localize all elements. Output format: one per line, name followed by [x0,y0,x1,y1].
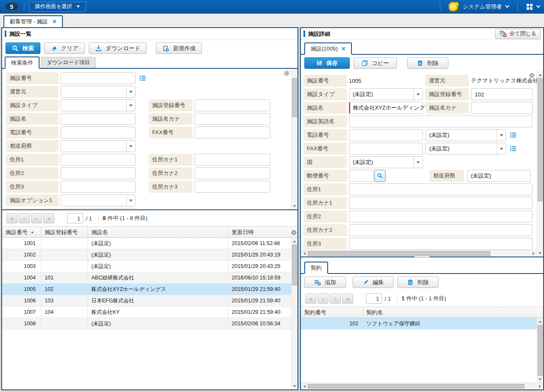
operator-select[interactable] [61,86,136,98]
first-page-button[interactable]: « [6,213,17,223]
download-button[interactable]: ダウンロード [89,42,147,54]
addr1-kana-input[interactable] [349,197,533,209]
column-header-updated[interactable]: 更新日時 [228,227,291,237]
prefecture-select[interactable]: (未設定) [467,170,531,182]
column-header-reg-no[interactable]: 施設登録番号 [41,227,88,237]
tab-download-items[interactable]: ダウンロード項目 [41,57,96,68]
contract-table-row[interactable]: 102 ソフトウェア保守継続 [301,318,537,330]
country-select[interactable]: (未設定) [349,156,423,168]
prev-page-button[interactable]: ‹ [19,213,30,223]
name-kana-input[interactable] [195,113,270,125]
phone-input[interactable] [349,129,423,141]
page-number-input[interactable] [366,293,382,304]
contract-delete-button[interactable]: 削除 [397,276,439,288]
prev-page-button[interactable]: ‹ [317,293,329,304]
save-button[interactable]: 保存 [304,57,350,69]
column-header-facility-no[interactable]: 施設番号 ▲ [2,227,41,237]
detail-form-hscrollbar[interactable] [301,250,537,257]
search-button[interactable]: 検索 [6,42,40,54]
close-all-button[interactable]: 全て閉じる [495,29,541,39]
close-icon[interactable]: × [53,18,57,25]
facility-table-row[interactable]: 1002 (未設定) 2015/01/29 20:43:19 [2,249,291,261]
addr2-input[interactable] [349,211,533,223]
name-kana-input[interactable] [471,102,533,114]
first-page-button[interactable]: « [305,293,316,304]
delete-button[interactable]: 削除 [407,57,448,69]
addr3-input[interactable] [349,238,533,250]
addr1-input[interactable] [61,154,136,166]
gear-icon[interactable] [283,70,290,78]
phone-type-select[interactable]: (未設定) [425,129,506,141]
user-name[interactable]: システム管理者 [463,3,502,11]
apps-grid-icon[interactable] [526,3,533,10]
page-number-input[interactable] [67,213,83,223]
fax-type-select[interactable]: (未設定) [425,143,506,155]
search-button-label: 検索 [23,45,34,52]
reg-no-input[interactable] [195,99,270,111]
facility-type-select[interactable] [61,99,136,111]
name-en-input[interactable] [349,116,533,127]
facility-type-select[interactable]: (未設定) [349,88,423,100]
tab-search-conditions[interactable]: 検索条件 [5,56,40,69]
addr-kana3-input[interactable] [195,181,270,193]
postal-code-search-button[interactable] [374,170,385,182]
addr2-kana-input[interactable] [349,224,533,236]
facility-option1-select[interactable] [61,195,136,206]
column-header-contract-name[interactable]: 契約名 [363,307,537,318]
list-select-icon[interactable] [510,132,517,138]
postal-code-input[interactable] [349,170,374,182]
chevron-down-icon[interactable] [536,4,541,8]
detail-tab-facility-1005[interactable]: 施設(1005) × [304,42,352,55]
tab-contract[interactable]: 契約 [304,262,328,274]
contract-table-scrollbar[interactable] [537,318,543,383]
list-select-icon[interactable] [510,145,517,152]
list-select-icon[interactable] [139,75,146,82]
facility-table-row[interactable]: 1008 (未設定) 2015/02/06 10:56:34 [2,318,291,330]
screen-select-button[interactable]: 操作画面を選択 [29,2,86,12]
contract-add-button[interactable]: 追加 [304,276,346,288]
workspace-tab-customer-facility[interactable]: 顧客管理 - 施設 × [3,15,63,27]
column-header-contract-no[interactable]: 契約番号 [301,307,363,318]
user-avatar[interactable] [449,2,459,12]
clear-button[interactable]: クリア [44,42,85,54]
addr3-input[interactable] [61,181,136,193]
facility-table-row[interactable]: 1006 103 日本EFG株式会社 2015/01/29 21:59:40 [2,295,291,307]
facility-name-input[interactable] [61,113,136,125]
prefecture-select[interactable] [61,140,136,152]
facility-detail-title: 施設詳細 [308,30,330,38]
fax-input[interactable] [195,127,270,138]
cutoff-select[interactable] [61,208,136,210]
chevron-down-icon[interactable] [505,4,510,8]
reg-no-input[interactable]: 102 [471,88,533,100]
create-new-button[interactable]: 新規作成 [156,42,202,54]
facility-table-row[interactable]: 1007 104 株式会社KY 2015/01/29 21:59:40 [2,307,291,318]
addr-kana2-input[interactable] [195,167,270,179]
next-page-button[interactable]: › [31,213,42,223]
addr-kana1-input[interactable] [195,154,270,166]
contract-edit-button[interactable]: 編集 [353,276,394,288]
facility-table-row[interactable]: 1001 (未設定) 2015/02/06 11:52:46 [2,238,291,249]
search-form-scrollbar[interactable] [291,69,298,209]
contract-hscrollbar[interactable] [301,383,543,389]
last-page-button[interactable]: » [342,293,353,304]
detail-form-vscrollbar[interactable] [537,71,543,257]
facility-table-row[interactable]: 1005 102 株式会社XYZホールディングス 2015/01/29 21:5… [2,284,291,295]
copy-button[interactable]: コピー [354,57,397,69]
gear-icon[interactable] [529,72,535,80]
facility-no-input[interactable] [61,72,136,84]
next-page-button[interactable]: › [330,293,341,304]
close-icon[interactable]: × [342,45,346,52]
facility-table-row[interactable]: 1003 (未設定) 2015/01/29 20:43:25 [2,261,291,272]
addr1-input[interactable] [349,183,533,195]
gear-icon[interactable] [291,229,297,237]
fax-input[interactable] [349,143,423,155]
facility-table-scrollbar[interactable] [291,238,298,389]
last-page-button[interactable]: » [43,213,54,223]
addr2-input[interactable] [61,167,136,179]
phone-input[interactable] [61,127,136,138]
panel-splitter[interactable] [301,257,543,262]
facility-name-input[interactable]: 株式会社XYZホールディングス [349,102,423,114]
facility-table-row[interactable]: 1004 101 ABC総研株式会社 2016/06/10 15:18:59 [2,272,291,284]
copy-icon [362,60,368,66]
column-header-facility-name[interactable]: 施設名 [88,227,228,237]
